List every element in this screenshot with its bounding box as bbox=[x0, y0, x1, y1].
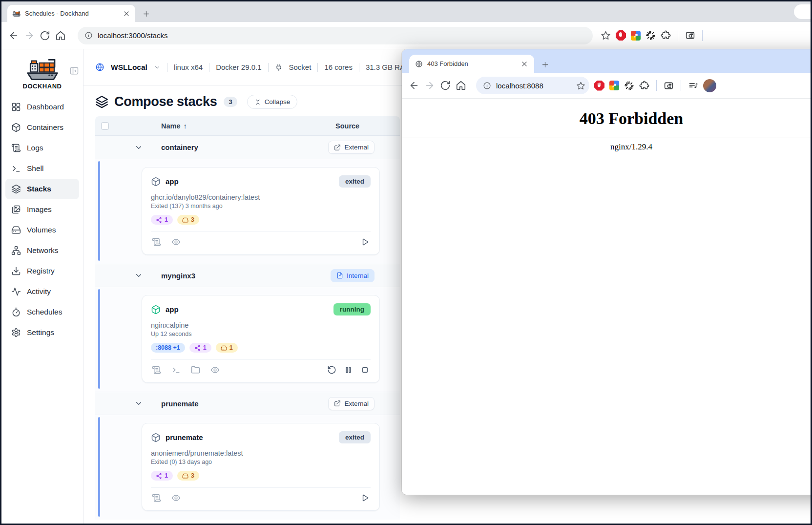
stacks-icon bbox=[11, 184, 21, 194]
start-play-icon[interactable] bbox=[360, 493, 370, 503]
photos-extension-icon[interactable]: ↗ bbox=[631, 31, 641, 41]
logs-action-icon[interactable] bbox=[152, 237, 161, 247]
search-tabs-icon[interactable] bbox=[685, 30, 695, 41]
chevron-down-icon[interactable] bbox=[134, 271, 143, 280]
reload-button[interactable] bbox=[40, 30, 50, 41]
stack-group-containery[interactable]: containery External bbox=[95, 136, 400, 159]
shell-action-icon[interactable] bbox=[171, 365, 181, 375]
chevron-down-icon[interactable] bbox=[154, 64, 161, 71]
inspect-eye-icon[interactable] bbox=[171, 493, 181, 503]
tab-schedules-dockhand[interactable]: Schedules - Dockhand bbox=[7, 5, 135, 22]
sidebar-item-activity[interactable]: Activity bbox=[5, 281, 79, 302]
name-column-header[interactable]: Name ↑ bbox=[161, 122, 187, 130]
new-tab-button[interactable] bbox=[142, 10, 150, 18]
sidebar-item-schedules[interactable]: Schedules bbox=[5, 302, 79, 322]
dockhand-ship-logo bbox=[24, 57, 61, 82]
logs-action-icon[interactable] bbox=[152, 365, 161, 375]
stack-name: prunemate bbox=[161, 399, 199, 408]
restart-icon[interactable] bbox=[327, 365, 336, 375]
back-button[interactable] bbox=[409, 80, 419, 91]
spinner-extension-icon[interactable] bbox=[624, 81, 634, 91]
sidebar-label: Registry bbox=[27, 267, 55, 275]
logs-action-icon[interactable] bbox=[152, 493, 161, 503]
playlist-icon[interactable] bbox=[688, 81, 698, 91]
forward-button[interactable] bbox=[424, 80, 435, 91]
reload-button[interactable] bbox=[440, 80, 451, 91]
tab-close-icon[interactable] bbox=[521, 60, 528, 68]
extensions-puzzle-icon[interactable] bbox=[639, 81, 649, 91]
sidebar-item-shell[interactable]: Shell bbox=[5, 158, 79, 179]
files-action-icon[interactable] bbox=[191, 365, 200, 375]
environment-selector[interactable]: WSLLocal bbox=[111, 63, 147, 72]
forward-button[interactable] bbox=[24, 30, 35, 41]
sidebar-item-registry[interactable]: Registry bbox=[5, 261, 79, 281]
sidebar-item-containers[interactable]: Containers bbox=[5, 117, 79, 138]
home-button[interactable] bbox=[456, 80, 466, 91]
env-socket: Socket bbox=[289, 63, 312, 71]
divider bbox=[167, 63, 167, 72]
sidebar-item-volumes[interactable]: Volumes bbox=[5, 220, 79, 240]
inspect-eye-icon[interactable] bbox=[171, 237, 181, 247]
logs-icon bbox=[11, 143, 21, 153]
toolbar-divider bbox=[678, 30, 678, 41]
container-card[interactable]: app running nginx:alpine Up 12 seconds :… bbox=[142, 295, 380, 383]
stop-icon[interactable] bbox=[360, 365, 370, 375]
tab-strip: Schedules - Dockhand bbox=[1, 1, 811, 22]
container-card[interactable]: app exited ghcr.io/danylo829/containery:… bbox=[142, 167, 380, 255]
gemini-pill-partial[interactable] bbox=[794, 4, 812, 19]
tab-403-forbidden[interactable]: 403 Forbidden bbox=[409, 55, 534, 73]
group-accent-bar bbox=[98, 289, 100, 389]
sidebar-label: Logs bbox=[27, 144, 43, 152]
divider bbox=[317, 63, 318, 72]
container-card[interactable]: prunemate exited anoniemerd/prunemate:la… bbox=[142, 423, 380, 511]
ports-pill[interactable]: :8088 +1 bbox=[151, 343, 185, 353]
collapse-all-button[interactable]: Collapse bbox=[247, 95, 298, 109]
adblock-extension-icon[interactable] bbox=[594, 81, 604, 91]
chevron-down-icon[interactable] bbox=[134, 143, 143, 152]
tab-title: 403 Forbidden bbox=[427, 60, 516, 67]
bookmark-star-icon[interactable] bbox=[601, 30, 611, 41]
stack-group-mynginx3[interactable]: mynginx3 Internal bbox=[95, 264, 400, 287]
sidebar-item-dashboard[interactable]: Dashboard bbox=[5, 97, 79, 117]
sidebar-item-networks[interactable]: Networks bbox=[5, 240, 79, 261]
container-status-detail: Exited (137) 3 months ago bbox=[151, 203, 371, 210]
container-image: nginx:alpine bbox=[151, 321, 371, 329]
stack-group-prunemate[interactable]: prunemate External bbox=[95, 392, 400, 415]
activity-icon bbox=[11, 287, 21, 296]
volume-icon bbox=[182, 217, 188, 223]
sidebar-collapse-button[interactable] bbox=[69, 66, 79, 76]
container-status-detail: Up 12 seconds bbox=[151, 331, 371, 337]
photos-extension-icon[interactable]: ↗ bbox=[609, 81, 619, 90]
status-badge: exited bbox=[339, 175, 371, 188]
inspect-eye-icon[interactable] bbox=[210, 365, 220, 375]
divider bbox=[209, 63, 209, 72]
extensions-puzzle-icon[interactable] bbox=[661, 30, 671, 41]
home-button[interactable] bbox=[55, 30, 66, 41]
new-tab-button[interactable] bbox=[541, 61, 549, 69]
tab-close-icon[interactable] bbox=[123, 10, 130, 18]
site-info-icon[interactable] bbox=[483, 82, 491, 90]
sidebar-item-settings[interactable]: Settings bbox=[5, 322, 79, 343]
volumes-count-pill: 1 bbox=[216, 343, 238, 353]
site-info-icon[interactable] bbox=[84, 31, 93, 40]
bookmark-star-icon[interactable] bbox=[576, 81, 585, 90]
address-bar[interactable]: localhost:3000/stacks bbox=[78, 27, 593, 44]
network-icon bbox=[156, 217, 162, 223]
adblock-extension-icon[interactable] bbox=[616, 30, 626, 41]
start-play-icon[interactable] bbox=[360, 237, 370, 247]
sidebar-item-stacks[interactable]: Stacks bbox=[5, 179, 79, 199]
compose-stacks-icon bbox=[95, 95, 108, 108]
select-all-checkbox[interactable] bbox=[101, 122, 109, 130]
sidebar-label: Containers bbox=[27, 123, 63, 132]
chevron-down-icon[interactable] bbox=[134, 399, 143, 408]
address-bar[interactable]: localhost:8088 bbox=[476, 77, 589, 94]
back-button[interactable] bbox=[8, 30, 19, 41]
sidebar-item-logs[interactable]: Logs bbox=[5, 138, 79, 158]
profile-avatar[interactable] bbox=[703, 79, 716, 92]
networks-count-pill: 1 bbox=[151, 471, 173, 481]
sidebar-item-images[interactable]: Images bbox=[5, 199, 79, 220]
spinner-extension-icon[interactable] bbox=[645, 30, 656, 41]
pause-icon[interactable] bbox=[344, 365, 353, 375]
group-accent-bar bbox=[98, 161, 100, 261]
search-tabs-icon[interactable] bbox=[664, 81, 674, 91]
